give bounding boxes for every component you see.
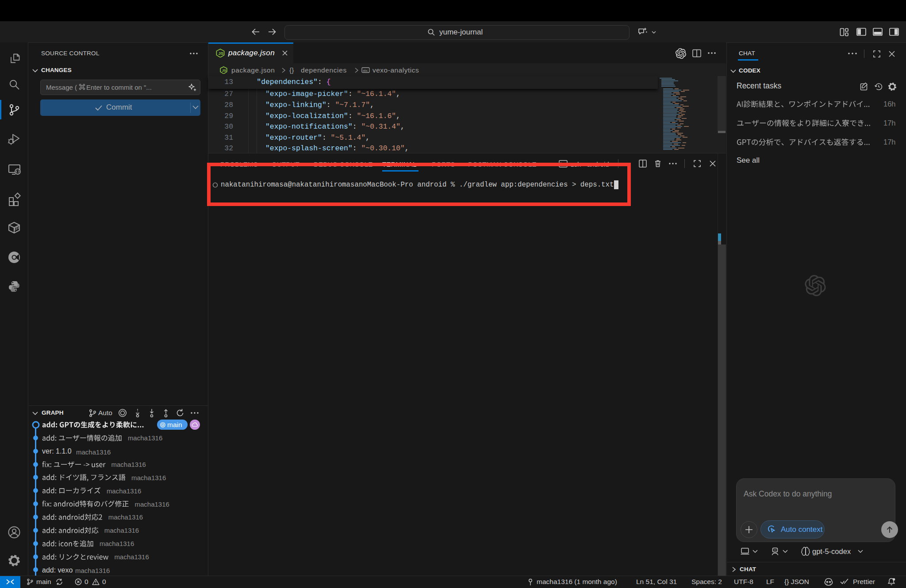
svg-text:JS: JS <box>219 51 223 56</box>
svg-text:JS: JS <box>222 69 226 73</box>
svg-text:abc: abc <box>363 69 368 72</box>
